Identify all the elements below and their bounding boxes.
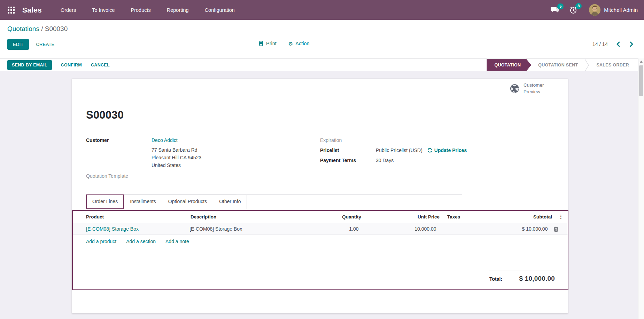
create-button[interactable]: CREATE <box>32 39 58 49</box>
total-block: Total: $ 10,000.00 <box>489 271 555 282</box>
activities-button[interactable]: 8 <box>569 6 577 14</box>
stage-quotation[interactable]: QUOTATION <box>487 59 531 72</box>
tab-other-info[interactable]: Other Info <box>213 194 247 209</box>
customer-field-label: Customer <box>86 137 152 143</box>
address-line-1: 77 Santa Barbara Rd <box>152 146 281 154</box>
column-product: Product <box>86 214 191 220</box>
activities-badge: 8 <box>575 3 582 9</box>
breadcrumb-quotations[interactable]: Quotations <box>7 25 39 32</box>
main-menu: Orders To Invoice Products Reporting Con… <box>61 7 235 13</box>
statusbar-buttons: SEND BY EMAIL CONFIRM CANCEL <box>0 60 110 70</box>
chevron-left-icon <box>616 41 620 47</box>
customer-address: 77 Santa Barbara Rd Pleasant Hill CA 945… <box>152 146 281 169</box>
column-quantity: Quantity <box>302 214 361 220</box>
menu-configuration[interactable]: Configuration <box>205 7 235 13</box>
control-panel: Quotations / S00030 EDIT CREATE Print ⚙ … <box>0 20 644 58</box>
stage-quotation-sent[interactable]: QUOTATION SENT <box>531 63 585 67</box>
stage-pipeline: QUOTATION QUOTATION SENT SALES ORDER <box>487 59 638 72</box>
cell-product[interactable]: [E-COM08] Storage Box <box>86 226 189 232</box>
scrollbar-thumb[interactable] <box>639 65 643 96</box>
menu-to-invoice[interactable]: To Invoice <box>92 7 115 13</box>
printer-icon <box>258 41 264 46</box>
tab-order-lines[interactable]: Order Lines <box>86 194 124 209</box>
add-a-note-link[interactable]: Add a note <box>165 239 189 244</box>
refresh-icon <box>427 148 432 153</box>
table-header-row: Product Description Quantity Unit Price … <box>73 211 568 223</box>
notebook-tabs: Order Lines Installments Optional Produc… <box>86 194 247 209</box>
print-label: Print <box>266 41 277 46</box>
menu-products[interactable]: Products <box>131 7 151 13</box>
breadcrumb-current: S00030 <box>45 25 68 32</box>
cancel-button[interactable]: CANCEL <box>91 63 110 67</box>
table-add-links: Add a product Add a section Add a note <box>73 235 568 248</box>
notebook-header-line <box>236 194 462 195</box>
customer-preview-button[interactable]: Customer Preview <box>504 79 568 98</box>
payment-terms-field-value: 30 Days <box>376 158 394 163</box>
odoo-sales-quotation-page: Sales Orders To Invoice Products Reporti… <box>0 0 644 319</box>
fields-left-column: Customer Deco Addict 77 Santa Barbara Rd… <box>86 137 281 182</box>
confirm-button[interactable]: CONFIRM <box>61 63 82 67</box>
add-a-section-link[interactable]: Add a section <box>126 239 156 244</box>
control-panel-buttons: EDIT CREATE <box>7 39 58 50</box>
menu-reporting[interactable]: Reporting <box>167 7 189 13</box>
scroll-up-arrow-icon <box>640 61 643 63</box>
edit-button[interactable]: EDIT <box>7 39 29 50</box>
systray: 5 8 <box>551 4 638 16</box>
messages-badge: 5 <box>557 3 564 9</box>
send-by-email-button[interactable]: SEND BY EMAIL <box>7 60 52 70</box>
gear-icon: ⚙ <box>288 41 293 46</box>
tab-optional-products[interactable]: Optional Products <box>162 194 213 209</box>
column-subtotal: Subtotal <box>488 214 552 220</box>
trash-icon <box>554 226 558 232</box>
total-value: $ 10,000.00 <box>519 275 555 282</box>
update-prices-label: Update Prices <box>434 147 467 153</box>
stage-sales-order[interactable]: SALES ORDER <box>589 63 636 67</box>
pager-counter: 14 / 14 <box>592 41 608 47</box>
action-label: Action <box>295 41 309 46</box>
breadcrumb-separator: / <box>39 25 45 32</box>
expiration-field-label: Expiration <box>320 137 376 143</box>
pager-previous-button[interactable] <box>615 40 621 48</box>
update-prices-button[interactable]: Update Prices <box>427 147 467 153</box>
breadcrumb: Quotations / S00030 <box>7 25 68 33</box>
chevron-right-icon <box>630 41 634 47</box>
form-statusbar: SEND BY EMAIL CONFIRM CANCEL QUOTATION Q… <box>0 58 638 71</box>
print-button[interactable]: Print <box>258 41 277 46</box>
pricelist-field-label: Pricelist <box>320 147 376 153</box>
pager-next-button[interactable] <box>628 40 635 48</box>
pager: 14 / 14 <box>592 40 635 48</box>
column-unit-price: Unit Price <box>361 214 440 220</box>
quotation-template-field-label: Quotation Template <box>86 173 152 179</box>
control-panel-actions: Print ⚙ Action <box>258 41 310 46</box>
cell-quantity: 1.00 <box>300 226 358 232</box>
add-a-product-link[interactable]: Add a product <box>86 239 116 244</box>
column-description: Description <box>191 214 302 220</box>
scrollbar-up-button[interactable] <box>638 58 644 64</box>
cell-description: [E-COM08] Storage Box <box>189 226 300 232</box>
total-divider <box>489 271 555 271</box>
cell-subtotal: $ 10,000.00 <box>484 226 548 232</box>
customer-preview-label: Customer Preview <box>523 82 553 95</box>
order-lines-table: Product Description Quantity Unit Price … <box>72 210 568 290</box>
messages-button[interactable]: 5 <box>551 7 559 13</box>
order-line-row[interactable]: [E-COM08] Storage Box [E-COM08] Storage … <box>73 223 568 235</box>
quotation-sheet: Customer Preview S00030 Customer Deco Ad… <box>72 79 568 313</box>
column-taxes: Taxes <box>447 214 488 220</box>
optional-columns-icon[interactable]: ⋮ <box>558 214 564 220</box>
apps-menu-icon[interactable] <box>8 7 15 14</box>
globe-icon <box>510 84 519 93</box>
stage-separator-icon <box>585 59 589 72</box>
app-name[interactable]: Sales <box>22 6 42 14</box>
sheet-button-box: Customer Preview <box>72 79 568 98</box>
delete-line-button[interactable] <box>548 226 564 232</box>
customer-field-value[interactable]: Deco Addict <box>152 137 178 143</box>
tab-installments[interactable]: Installments <box>124 194 162 209</box>
vertical-scrollbar[interactable] <box>638 58 644 319</box>
user-menu[interactable]: Mitchell Admin <box>589 4 638 16</box>
menu-orders[interactable]: Orders <box>61 7 76 13</box>
action-button[interactable]: ⚙ Action <box>288 41 310 46</box>
address-line-3: United States <box>152 161 281 169</box>
fields-right-column: Expiration Pricelist Public Pricelist (U… <box>320 137 543 168</box>
user-name: Mitchell Admin <box>604 7 638 13</box>
form-content: Customer Preview S00030 Customer Deco Ad… <box>0 71 638 319</box>
